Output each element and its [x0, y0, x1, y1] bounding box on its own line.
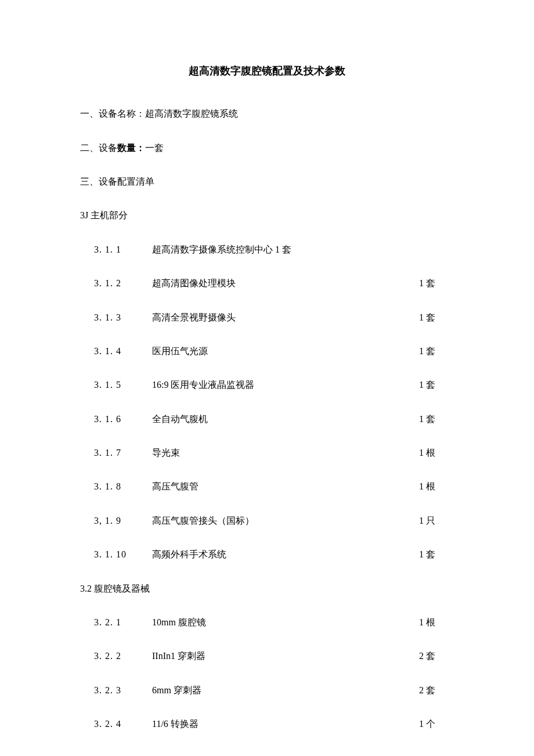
group-1-heading: 3J 主机部分 [80, 209, 454, 222]
item-qty: 1 个 [419, 718, 454, 730]
item-number: 3, 1. 9 [94, 514, 152, 527]
list-item: 3. 1. 7 导光束 1 根 [80, 447, 454, 459]
item-qty: 2 套 [419, 684, 454, 697]
item-qty: 2 套 [419, 650, 454, 663]
section-1-value: 超高清数字腹腔镜系统 [145, 109, 238, 118]
item-qty: 1 根 [419, 616, 454, 629]
item-qty: 1 只 [419, 514, 454, 527]
item-name: 医用伍气光源 [152, 345, 419, 358]
list-item: 3. 1. 2 超高清图像处理模块 1 套 [80, 277, 454, 290]
item-name: 10mm 腹腔镜 [152, 616, 419, 629]
item-name: 超高清数字摄像系统控制中心 1 套 [152, 243, 454, 256]
item-name: 11/6 转换器 [152, 718, 419, 730]
section-1: 一、设备名称：超高清数字腹腔镜系统 [80, 107, 454, 120]
item-name: 高压气腹管 [152, 480, 419, 493]
list-item: 3. 1. 5 16:9 医用专业液晶监视器 1 套 [80, 379, 454, 391]
list-item: 3. 1. 10 高频外科手术系统 1 套 [80, 548, 454, 561]
item-qty: 1 套 [419, 277, 454, 290]
item-qty: 1 根 [419, 447, 454, 459]
list-item: 3. 1. 1 超高清数字摄像系统控制中心 1 套 [80, 243, 454, 256]
item-qty: 1 套 [419, 345, 454, 358]
item-number: 3. 1. 8 [94, 480, 152, 493]
group-2-heading: 3.2 腹腔镜及器械 [80, 582, 454, 595]
list-item: 3. 2. 1 10mm 腹腔镜 1 根 [80, 616, 454, 629]
list-item: 3, 1. 9 高压气腹管接头（国标） 1 只 [80, 514, 454, 527]
item-number: 3. 1. 1 [94, 243, 152, 256]
item-name: 高清全景视野摄像头 [152, 311, 419, 324]
item-name: 全自动气腹机 [152, 413, 419, 426]
section-2-prefix: 二、设备 [80, 143, 117, 153]
item-name: IInIn1 穿刺器 [152, 650, 419, 663]
list-item: 3. 1. 6 全自动气腹机 1 套 [80, 413, 454, 426]
item-qty: 1 套 [419, 548, 454, 561]
list-item: 3. 1. 8 高压气腹管 1 根 [80, 480, 454, 493]
item-qty: 1 套 [419, 379, 454, 391]
list-item: 3. 1. 3 高清全景视野摄像头 1 套 [80, 311, 454, 324]
item-number: 3. 2. 1 [94, 616, 152, 629]
list-item: 3. 1. 4 医用伍气光源 1 套 [80, 345, 454, 358]
item-number: 3. 1. 4 [94, 345, 152, 358]
list-item: 3. 2. 3 6mm 穿刺器 2 套 [80, 684, 454, 697]
item-number: 3. 1. 3 [94, 311, 152, 324]
item-name: 超高清图像处理模块 [152, 277, 419, 290]
item-number: 3. 2. 4 [94, 718, 152, 730]
item-qty: 1 根 [419, 480, 454, 493]
section-2-value: 一套 [145, 143, 164, 153]
item-name: 导光束 [152, 447, 419, 459]
section-1-prefix: 一、设备名称： [80, 109, 145, 118]
item-number: 3. 1. 2 [94, 277, 152, 290]
item-qty: 1 套 [419, 311, 454, 324]
item-name: 高频外科手术系统 [152, 548, 419, 561]
item-number: 3. 1. 7 [94, 447, 152, 459]
item-qty: 1 套 [419, 413, 454, 426]
item-number: 3. 1. 5 [94, 379, 152, 391]
item-name: 高压气腹管接头（国标） [152, 514, 419, 527]
section-3: 三、设备配置清单 [80, 175, 454, 188]
item-name: 16:9 医用专业液晶监视器 [152, 379, 419, 391]
section-2: 二、设备数量：一套 [80, 142, 454, 154]
item-number: 3. 1. 6 [94, 413, 152, 426]
item-number: 3. 2. 3 [94, 684, 152, 697]
section-2-bold: 数量： [117, 143, 145, 153]
item-number: 3. 2. 2 [94, 650, 152, 663]
document-title: 超高清数字腹腔镜配置及技术参数 [80, 64, 454, 78]
item-name: 6mm 穿刺器 [152, 684, 419, 697]
list-item: 3. 2. 2 IInIn1 穿刺器 2 套 [80, 650, 454, 663]
list-item: 3. 2. 4 11/6 转换器 1 个 [80, 718, 454, 730]
item-number: 3. 1. 10 [94, 548, 152, 561]
